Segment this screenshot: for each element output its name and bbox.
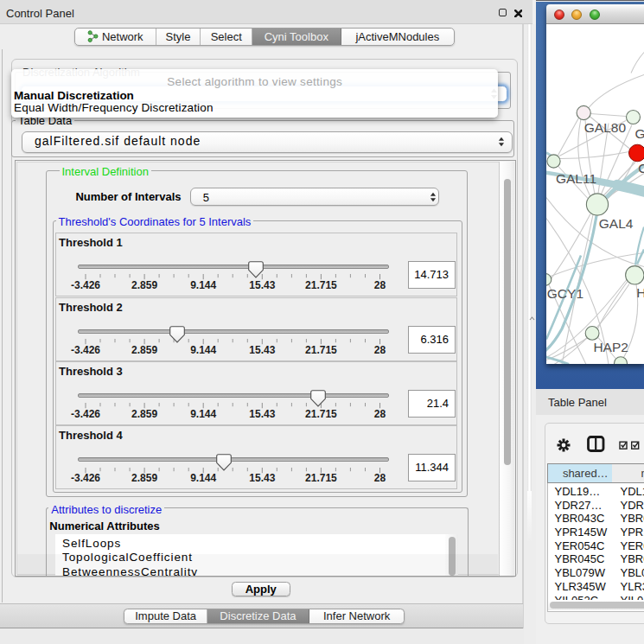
svg-text:GAL80: GAL80	[584, 119, 627, 134]
svg-text:C: C	[638, 160, 644, 175]
svg-text:H: H	[636, 284, 644, 299]
svg-text:GCY1: GCY1	[547, 285, 583, 300]
svg-text:GAL4: GAL4	[599, 215, 634, 230]
svg-text:GA: GA	[635, 125, 644, 140]
svg-text:GAL11: GAL11	[556, 170, 596, 185]
svg-text:HAP2: HAP2	[593, 340, 628, 354]
